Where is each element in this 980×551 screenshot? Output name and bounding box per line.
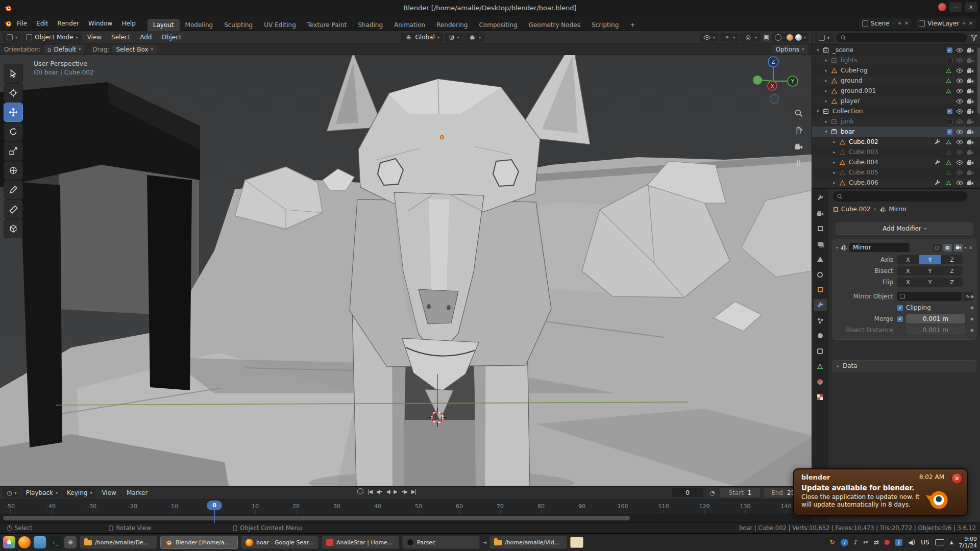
auto-keying-toggle[interactable]: [357, 488, 363, 494]
camera-icon[interactable]: [967, 88, 974, 94]
camera-icon[interactable]: [967, 139, 974, 145]
bluetooth-tray-icon[interactable]: ᛒ: [895, 539, 902, 546]
outliner-editor-type-button[interactable]: ▾: [815, 33, 833, 42]
transform-orientation-dropdown[interactable]: ⊕Global▾: [401, 33, 443, 42]
breadcrumb-modifier[interactable]: Mirror: [889, 206, 907, 213]
shading-options-caret[interactable]: ▾: [804, 35, 806, 40]
tab-texture-paint[interactable]: Texture Paint: [302, 19, 352, 31]
bisect-x-button[interactable]: X: [897, 266, 919, 276]
tab-material[interactable]: [814, 375, 827, 388]
axis-x-button[interactable]: X: [897, 255, 919, 264]
jump-to-start-button[interactable]: |◀: [368, 489, 372, 494]
editor-type-button[interactable]: ▾: [3, 33, 21, 42]
menu-object[interactable]: Object: [157, 34, 185, 41]
playback-menu[interactable]: Playback▾: [22, 488, 62, 498]
camera-icon[interactable]: [967, 109, 974, 114]
viewlayer-remove-icon[interactable]: ✕: [969, 20, 973, 26]
shading-wireframe-icon[interactable]: [775, 34, 781, 41]
viewlayer-selector[interactable]: ViewLayer + ✕: [916, 18, 976, 29]
prev-keyframe-button[interactable]: ◀•: [376, 489, 382, 494]
tab-render[interactable]: [814, 207, 827, 219]
pan-hand-icon[interactable]: [792, 124, 804, 136]
modifier-wrench-icon[interactable]: [934, 180, 941, 186]
outliner-row-cubefog[interactable]: ▸CubeFog: [812, 65, 980, 76]
volume-tray-icon[interactable]: ◀): [908, 539, 915, 546]
realtime-toggle[interactable]: ▦: [943, 244, 952, 252]
record-tray-icon[interactable]: [885, 540, 890, 545]
timeline-editor-type-button[interactable]: ◷▾: [3, 488, 20, 498]
collection-checkbox[interactable]: [947, 119, 952, 124]
scene-pin-icon[interactable]: ◦: [892, 20, 895, 26]
outliner-row-cube003[interactable]: ▸Cube.003: [812, 147, 980, 157]
axis-y-button[interactable]: Y: [919, 255, 941, 264]
tab-constraints[interactable]: [814, 345, 827, 357]
use-preview-range-icon[interactable]: ◔: [709, 489, 715, 496]
collection-checkbox[interactable]: ✓: [947, 129, 952, 135]
blender-menu-icon[interactable]: [4, 19, 12, 28]
tool-add-cube[interactable]: [4, 219, 23, 238]
bisect-z-button[interactable]: Z: [941, 266, 963, 276]
tool-transform[interactable]: [4, 161, 23, 180]
eye-icon[interactable]: [956, 58, 963, 63]
panel-expand-caret[interactable]: ▾: [836, 245, 838, 250]
menu-help[interactable]: Help: [117, 16, 140, 31]
mode-dropdown[interactable]: Object Mode▾: [22, 33, 82, 42]
tool-scale[interactable]: [4, 141, 23, 161]
outliner-scrollbar[interactable]: [977, 47, 980, 114]
scene-browse-icon[interactable]: [862, 20, 868, 27]
tool-annotate[interactable]: [4, 180, 23, 199]
object-visibility-dropdown[interactable]: ▾: [700, 33, 719, 42]
window-preview-icon[interactable]: [570, 537, 583, 548]
eye-icon[interactable]: [956, 181, 963, 185]
eye-icon[interactable]: [956, 150, 963, 155]
drag-dropdown[interactable]: Select Box▾: [112, 45, 156, 54]
outliner-row-cube002[interactable]: ▸Cube.002: [812, 137, 980, 147]
minimize-button[interactable]: —: [949, 2, 962, 12]
options-dropdown[interactable]: Options▾: [772, 45, 807, 54]
properties-search-input[interactable]: [832, 191, 967, 202]
tool-rotate[interactable]: [4, 122, 23, 141]
viewport-canvas[interactable]: [0, 31, 812, 486]
xray-toggle[interactable]: ▣: [762, 34, 771, 41]
flip-y-button[interactable]: Y: [919, 278, 941, 287]
menu-window[interactable]: Window: [84, 16, 117, 31]
eye-icon[interactable]: [956, 79, 963, 83]
tab-layout[interactable]: Layout: [148, 19, 180, 31]
collection-checkbox[interactable]: ✓: [947, 109, 952, 114]
shading-rendered-icon[interactable]: [795, 34, 802, 41]
firefox-launcher-icon[interactable]: [18, 536, 31, 548]
jump-to-end-button[interactable]: ▶|: [411, 489, 416, 494]
tab-sculpting[interactable]: Sculpting: [218, 19, 258, 31]
data-panel-header[interactable]: ▸Data: [832, 360, 976, 371]
keyboard-layout[interactable]: US: [921, 539, 929, 546]
outliner-row-cube004[interactable]: ▸Cube.004: [812, 157, 980, 167]
files-launcher-icon[interactable]: [34, 536, 46, 548]
update-tray-icon[interactable]: ↻: [829, 539, 835, 546]
timeline-view-menu[interactable]: View: [97, 489, 120, 496]
gizmos-dropdown[interactable]: ⌖▾: [720, 33, 739, 42]
camera-icon[interactable]: [967, 47, 974, 53]
clipping-checkbox[interactable]: ✓: [897, 305, 903, 311]
tool-select-box[interactable]: [4, 64, 23, 83]
menu-select[interactable]: Select: [107, 34, 134, 41]
tray-expand-icon[interactable]: ▲: [950, 540, 953, 545]
eye-icon[interactable]: [956, 48, 963, 53]
collection-checkbox[interactable]: ✓: [947, 47, 952, 53]
camera-view-icon[interactable]: [792, 140, 804, 153]
tool-measure[interactable]: [4, 199, 23, 219]
current-frame-field[interactable]: 0: [672, 488, 703, 497]
camera-icon[interactable]: [967, 78, 974, 84]
modifier-extras-caret[interactable]: ▾: [965, 245, 967, 250]
close-button[interactable]: ✕: [965, 2, 977, 12]
camera-icon[interactable]: [967, 149, 974, 155]
ortho-grid-icon[interactable]: [792, 157, 804, 169]
tool-move[interactable]: [4, 103, 23, 122]
outliner-row-scene[interactable]: ▾_scene ✓: [812, 45, 980, 55]
notification-close-button[interactable]: ✕: [951, 473, 963, 484]
next-keyframe-button[interactable]: •▶: [401, 489, 407, 494]
tab-particles[interactable]: [814, 314, 827, 327]
eye-icon[interactable]: [956, 140, 963, 144]
shading-solid-icon[interactable]: [783, 37, 785, 38]
zoom-icon[interactable]: [792, 107, 804, 119]
snap-toggle[interactable]: ▾: [445, 33, 463, 42]
